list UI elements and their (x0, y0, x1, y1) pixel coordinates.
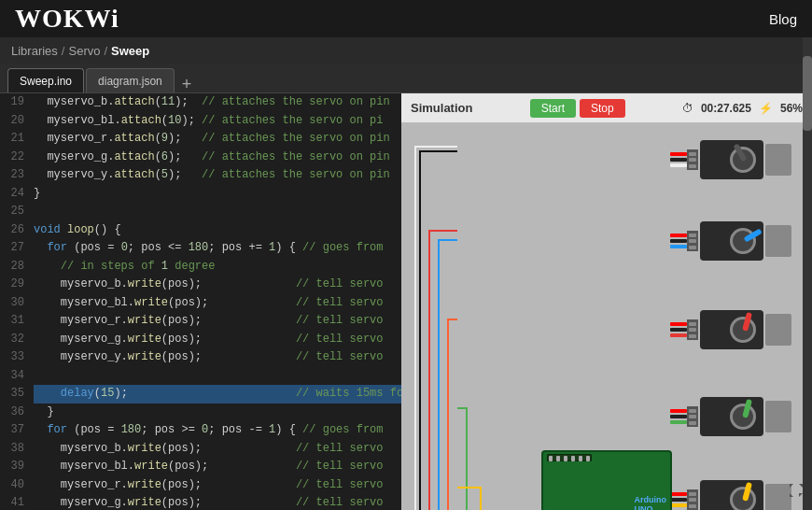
line-number: 24 (0, 185, 34, 204)
servo-body (700, 310, 763, 349)
tabs-bar: Sweep.ino diagram.json + (0, 64, 812, 93)
servo-green (670, 397, 791, 436)
servo-body (700, 480, 763, 510)
scrollbar-thumb[interactable] (803, 56, 812, 131)
servo-mount (765, 225, 791, 257)
arduino-board: ArduinoUNO (541, 450, 672, 510)
code-line-21: 21 myservo_r.attach(9); // attaches the … (0, 130, 401, 149)
servo-black-cables (670, 152, 687, 167)
start-button[interactable]: Start (530, 99, 576, 118)
servo-yellow-cables (670, 492, 687, 507)
line-content: myservo_bl.attach(10); // attaches the s… (34, 112, 401, 131)
code-editor[interactable]: 19 myservo_b.attach(11); // attaches the… (0, 93, 401, 510)
line-number: 27 (0, 239, 34, 258)
cable-black (670, 415, 687, 418)
cpu-icon: ⚡ (759, 102, 773, 115)
line-number: 26 (0, 221, 34, 240)
servo-blue (670, 221, 791, 261)
line-content: for (pos = 180; pos >= 0; pos -= 1) { //… (34, 421, 401, 440)
add-tab-button[interactable]: + (176, 76, 198, 92)
code-line-36: 36 } (0, 404, 401, 422)
breadcrumb-servo[interactable]: Servo (68, 44, 100, 58)
code-line-38: 38 myservo_b.write(pos); // tell servo (0, 440, 401, 459)
servo-red (670, 310, 791, 349)
line-number: 20 (0, 112, 34, 131)
line-number: 30 (0, 294, 34, 313)
cable-red (670, 322, 687, 326)
code-line-25: 25 (0, 203, 401, 221)
blog-link[interactable]: Blog (769, 11, 797, 27)
line-content: } (34, 185, 401, 204)
code-line-20: 20 myservo_bl.attach(10); // attaches th… (0, 112, 401, 131)
cable-signal (670, 420, 687, 424)
simulation-stats: ⏱ 00:27.625 ⚡ 56% (682, 102, 803, 115)
servo-wheel (730, 317, 756, 343)
code-line-23: 23 myservo_y.attach(5); // attaches the … (0, 166, 401, 185)
breadcrumb-sep2: / (104, 44, 107, 58)
line-content: myservo_bl.write(pos); // tell servo (34, 294, 401, 313)
cable-black (670, 158, 687, 162)
line-content: myservo_g.attach(6); // attaches the ser… (34, 149, 401, 167)
cable-red (670, 409, 687, 413)
simulation-controls: Start Stop (530, 99, 625, 118)
code-lines: 19 myservo_b.attach(11); // attaches the… (0, 93, 401, 510)
code-line-30: 30 myservo_bl.write(pos); // tell servo (0, 294, 401, 313)
line-number: 29 (0, 276, 34, 294)
line-number: 39 (0, 458, 34, 476)
line-content: myservo_r.write(pos); // tell servo (34, 476, 401, 495)
tab-diagram-json[interactable]: diagram.json (86, 68, 175, 92)
servo-wheel (730, 228, 756, 254)
servo-connector (687, 149, 698, 170)
cable-white (670, 163, 687, 167)
servo-wheel (730, 404, 756, 430)
breadcrumb-sweep[interactable]: Sweep (111, 44, 149, 58)
servo-connector (687, 489, 698, 510)
line-content: myservo_b.write(pos); // tell servo (34, 440, 401, 459)
line-content (34, 203, 401, 221)
servo-mount (765, 401, 791, 432)
servo-wheel (730, 487, 756, 510)
stop-button[interactable]: Stop (580, 99, 625, 118)
code-line-28: 28 // in steps of 1 degree (0, 258, 401, 276)
code-line-22: 22 myservo_g.attach(6); // attaches the … (0, 149, 401, 167)
logo: WOKWi (15, 4, 119, 34)
line-content: myservo_y.write(pos); // tell servo (34, 348, 401, 367)
servo-mount (765, 144, 791, 176)
code-line-40: 40 myservo_r.write(pos); // tell servo (0, 476, 401, 495)
right-scrollbar[interactable] (803, 37, 812, 510)
simulation-time: 00:27.625 (701, 102, 751, 115)
servo-mount (765, 314, 791, 346)
code-line-33: 33 myservo_y.write(pos); // tell servo (0, 348, 401, 367)
servo-body (700, 140, 763, 179)
breadcrumb-bar: Libraries / Servo / Sweep (0, 37, 812, 64)
line-number: 33 (0, 348, 34, 367)
cable-red (670, 152, 687, 156)
servo-connector (687, 231, 698, 251)
simulation-cpu: 56% (780, 102, 803, 115)
servo-red-cables (670, 322, 687, 337)
code-line-26: 26void loop() { (0, 221, 401, 240)
code-line-35: 35 delay(15); // waits 15ms fo (0, 385, 401, 404)
servo-green-cables (670, 409, 687, 424)
servo-connector (687, 319, 698, 340)
line-content: myservo_r.write(pos); // tell servo (34, 312, 401, 331)
line-content: myservo_b.write(pos); // tell servo (34, 276, 401, 294)
line-number: 22 (0, 149, 34, 167)
cable-signal (670, 333, 687, 337)
code-line-24: 24} (0, 185, 401, 204)
line-content: myservo_g.write(pos); // tell servo (34, 331, 401, 349)
servo-body (700, 221, 763, 261)
line-number: 31 (0, 312, 34, 331)
simulation-title: Simulation (411, 101, 472, 115)
cable-black (670, 498, 687, 502)
timer-icon: ⏱ (682, 102, 693, 115)
line-number: 41 (0, 494, 34, 510)
line-number: 19 (0, 93, 34, 112)
cable-red (670, 234, 687, 237)
cable-signal (670, 503, 687, 507)
line-number: 36 (0, 404, 34, 422)
line-content: } (34, 404, 401, 422)
line-number: 35 (0, 385, 34, 404)
breadcrumb-libraries[interactable]: Libraries (11, 44, 58, 58)
tab-sweep-ino[interactable]: Sweep.ino (7, 68, 84, 92)
